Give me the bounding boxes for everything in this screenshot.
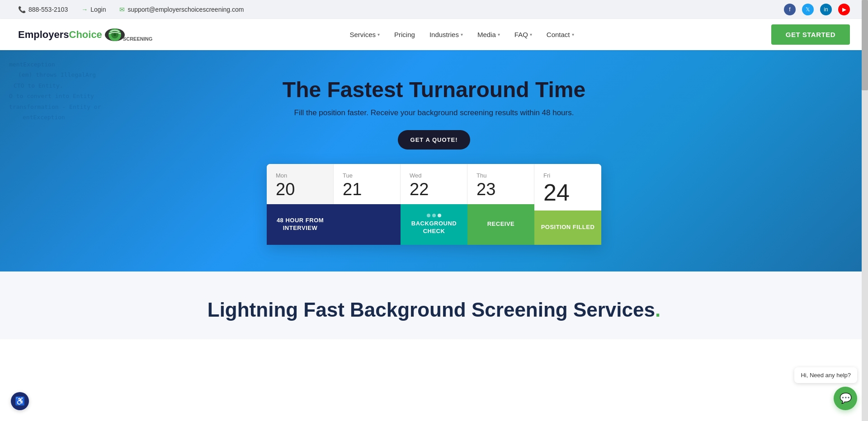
dots-decoration [406,214,462,217]
phone-number: 888-553-2103 [28,6,68,13]
bottom-title: Lightning Fast Background Screening Serv… [18,299,850,321]
nav-faq-label: FAQ [514,31,528,38]
calendar-day-fri: Fri 24 POSITION FILLED [534,164,601,245]
cal-day-footer-mon: 48 HOUR FROM INTERVIEW [267,204,334,245]
cal-day-num-fri: 24 [543,181,592,204]
main-nav: Services ▾ Pricing Industries ▾ Media ▾ … [344,27,580,42]
cal-day-num-wed: 22 [410,181,458,198]
cal-day-name-mon: Mon [276,172,324,179]
cal-day-num-thu: 23 [476,181,525,198]
cal-label-receive: RECEIVE [487,220,515,228]
cal-day-header-mon: Mon 20 [267,164,334,204]
dot-2 [432,214,436,217]
cal-day-footer-tue [334,204,401,245]
calendar-widget: Mon 20 48 HOUR FROM INTERVIEW Tue 21 Wed [267,164,601,245]
arrow-icon: → [81,6,88,13]
cal-day-footer-fri: POSITION FILLED [534,210,601,245]
quote-button[interactable]: GET A QUOTE! [398,130,471,150]
logo-screening: SCREENING [123,36,152,42]
cal-day-header-wed: Wed 22 [401,164,467,204]
social-links: f 𝕏 in ▶ [784,4,850,15]
cal-day-name-thu: Thu [476,172,525,179]
login-link[interactable]: → Login [81,6,106,13]
logo-choice: Choice [69,29,102,41]
logo[interactable]: Employers Choice SCREENING [18,27,152,42]
cal-day-header-tue: Tue 21 [334,164,401,204]
cal-day-name-tue: Tue [343,172,391,179]
nav-services-label: Services [350,31,376,38]
calendar-day-tue: Tue 21 [334,164,401,245]
header: Employers Choice SCREENING Services ▾ Pr… [0,19,868,50]
twitter-link[interactable]: 𝕏 [802,4,814,15]
scrollbar-track[interactable] [862,0,868,339]
bottom-section: Lightning Fast Background Screening Serv… [0,271,868,339]
cal-day-num-tue: 21 [343,181,391,198]
calendar-day-thu: Thu 23 RECEIVE [467,164,534,245]
cal-day-header-fri: Fri 24 [534,164,601,210]
cal-day-num-mon: 20 [276,181,324,198]
calendar-day-mon: Mon 20 48 HOUR FROM INTERVIEW [267,164,334,245]
nav-faq[interactable]: FAQ ▾ [508,27,538,42]
cal-day-name-fri: Fri [543,172,592,179]
chevron-down-icon: ▾ [530,32,532,37]
nav-pricing-label: Pricing [394,31,415,38]
nav-media-label: Media [477,31,496,38]
nav-industries[interactable]: Industries ▾ [423,27,469,42]
nav-contact[interactable]: Contact ▾ [540,27,580,42]
linkedin-link[interactable]: in [820,4,832,15]
phone-icon: 📞 [18,6,26,13]
hero-title: The Fastest Turnaround Time [283,77,585,102]
nav-media[interactable]: Media ▾ [471,27,506,42]
chevron-down-icon: ▾ [461,32,463,37]
calendar-day-wed: Wed 22 BACKGROUND CHECK [401,164,467,245]
cal-day-footer-wed: BACKGROUND CHECK [401,204,467,245]
cal-day-header-thu: Thu 23 [467,164,534,204]
cal-label-interview: 48 HOUR FROM INTERVIEW [272,217,328,232]
phone-link[interactable]: 📞 888-553-2103 [18,6,68,13]
cal-day-footer-thu: RECEIVE [467,204,534,245]
chevron-down-icon: ▾ [572,32,574,37]
cal-day-name-wed: Wed [410,172,458,179]
dot-3 [438,214,441,217]
get-started-button[interactable]: GET STARTED [771,24,850,45]
top-bar-left: 📞 888-553-2103 → Login ✉ support@employe… [18,6,244,13]
nav-industries-label: Industries [429,31,459,38]
youtube-link[interactable]: ▶ [838,4,850,15]
chevron-down-icon: ▾ [377,32,380,37]
email-link[interactable]: ✉ support@employerschoicescreening.com [119,6,244,13]
hero-subtitle: Fill the position faster. Receive your b… [294,108,574,117]
svg-point-3 [113,33,116,36]
facebook-link[interactable]: f [784,4,796,15]
bottom-title-dot: . [655,299,660,321]
hero-content: The Fastest Turnaround Time Fill the pos… [0,77,868,245]
nav-pricing[interactable]: Pricing [388,27,421,42]
nav-services[interactable]: Services ▾ [344,27,387,42]
cal-label-filled: POSITION FILLED [541,224,595,231]
email-address: support@employerschoicescreening.com [127,6,244,13]
chevron-down-icon: ▾ [498,32,500,37]
bottom-title-text: Lightning Fast Background Screening Serv… [208,299,655,321]
dot-1 [427,214,430,217]
hero-section: mentException (em) throws IllegalArg CTO… [0,50,868,271]
email-icon: ✉ [119,6,125,13]
logo-employers: Employers [18,29,69,41]
logo-icon [104,27,126,42]
cal-label-bgcheck: BACKGROUND CHECK [411,220,457,234]
login-label: Login [90,6,106,13]
top-bar: 📞 888-553-2103 → Login ✉ support@employe… [0,0,868,19]
scrollbar-thumb[interactable] [862,0,868,90]
logo-text: Employers Choice SCREENING [18,27,152,42]
nav-contact-label: Contact [547,31,570,38]
